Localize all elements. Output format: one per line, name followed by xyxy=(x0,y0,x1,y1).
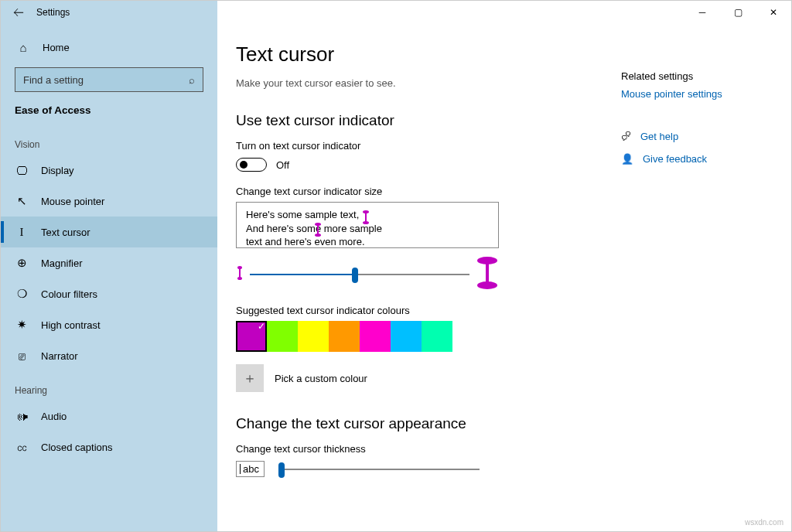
sidebar-item-label: Mouse pointer xyxy=(41,196,104,207)
help-icon: 🗪 xyxy=(621,131,631,142)
colour-swatch[interactable] xyxy=(298,321,329,352)
preview-box: Here's some sample text, And here's some… xyxy=(236,202,499,248)
colour-swatches xyxy=(236,321,760,352)
sidebar-item-closedcaptions[interactable]: ㏄ Closed captions xyxy=(1,431,217,462)
indicator-size-slider[interactable] xyxy=(236,256,499,292)
slider-thumb[interactable] xyxy=(352,268,358,283)
home-nav[interactable]: ⌂ Home xyxy=(1,32,217,63)
sidebar-item-label: Text cursor xyxy=(41,227,90,238)
mouse-settings-link[interactable]: Mouse pointer settings xyxy=(621,88,768,100)
thickness-label: Change text cursor thickness xyxy=(236,443,760,455)
high-contrast-icon: ✷ xyxy=(15,318,29,332)
sidebar-item-label: High contrast xyxy=(41,319,101,331)
custom-colour-button[interactable]: ＋ xyxy=(236,364,264,392)
indicator-toggle[interactable] xyxy=(236,158,267,172)
window-title: Settings xyxy=(36,7,70,18)
svg-point-8 xyxy=(237,277,242,280)
right-panel: Related settings Mouse pointer settings … xyxy=(621,70,768,176)
window-controls: ─ ▢ ✕ xyxy=(684,1,791,24)
sidebar: ⌂ Home Find a setting ⌕ Ease of Access V… xyxy=(1,24,217,531)
large-indicator-icon xyxy=(476,256,499,292)
section-appearance-header: Change the text cursor appearance xyxy=(236,415,760,432)
colour-swatch[interactable] xyxy=(329,321,360,352)
sidebar-item-label: Colour filters xyxy=(41,288,97,300)
colour-swatch[interactable] xyxy=(267,321,298,352)
cursor-indicator-icon xyxy=(314,223,322,237)
preview-line: text and here's even more. xyxy=(246,236,365,247)
text-cursor-icon: I xyxy=(15,226,29,239)
home-label: Home xyxy=(43,42,70,53)
sidebar-item-label: Closed captions xyxy=(41,442,113,453)
display-icon: 🖵 xyxy=(15,164,29,177)
close-button[interactable]: ✕ xyxy=(756,1,791,24)
abc-text: abc xyxy=(243,463,259,475)
sidebar-item-textcursor[interactable]: I Text cursor xyxy=(1,217,217,247)
colour-swatch[interactable] xyxy=(360,321,391,352)
sidebar-item-label: Audio xyxy=(41,411,67,422)
search-icon: ⌕ xyxy=(189,74,195,86)
colour-swatch[interactable] xyxy=(422,321,452,352)
sidebar-item-audio[interactable]: 🕪 Audio xyxy=(1,401,217,431)
svg-point-5 xyxy=(315,234,321,237)
back-button[interactable]: 🡠 xyxy=(1,6,36,19)
svg-rect-4 xyxy=(317,224,319,235)
thickness-preview: abc xyxy=(236,461,265,477)
search-input[interactable]: Find a setting ⌕ xyxy=(15,67,203,92)
narrator-icon: ⎚ xyxy=(15,350,29,363)
audio-icon: 🕪 xyxy=(15,410,29,423)
magnifier-icon: ⊕ xyxy=(15,256,29,270)
sidebar-item-magnifier[interactable]: ⊕ Magnifier xyxy=(1,247,217,278)
colours-label: Suggested text cursor indicator colours xyxy=(236,305,760,316)
sidebar-item-narrator[interactable]: ⎚ Narrator xyxy=(1,340,217,371)
sidebar-item-mouse[interactable]: ↖ Mouse pointer xyxy=(1,186,217,217)
sidebar-item-label: Display xyxy=(41,165,74,176)
svg-point-2 xyxy=(363,221,369,224)
titlebar: 🡠 Settings ─ ▢ ✕ xyxy=(1,1,791,24)
colour-swatch[interactable] xyxy=(391,321,422,352)
page-title: Text cursor xyxy=(236,43,760,66)
minimize-button[interactable]: ─ xyxy=(684,1,720,24)
thickness-slider[interactable] xyxy=(278,469,480,470)
svg-rect-7 xyxy=(239,268,241,278)
feedback-link[interactable]: Give feedback xyxy=(643,153,707,165)
sidebar-item-display[interactable]: 🖵 Display xyxy=(1,155,217,186)
related-header: Related settings xyxy=(621,70,768,82)
slider-thumb[interactable] xyxy=(278,462,285,478)
group-hearing: Hearing xyxy=(1,371,217,401)
sidebar-item-highcontrast[interactable]: ✷ High contrast xyxy=(1,309,217,340)
group-vision: Vision xyxy=(1,125,217,155)
svg-rect-1 xyxy=(365,212,367,223)
home-icon: ⌂ xyxy=(16,41,30,54)
mouse-icon: ↖ xyxy=(15,194,29,208)
maximize-button[interactable]: ▢ xyxy=(720,1,756,24)
svg-point-11 xyxy=(477,281,497,289)
cursor-indicator-icon xyxy=(362,210,370,224)
colour-filters-icon: ❍ xyxy=(15,287,29,301)
sidebar-item-label: Narrator xyxy=(41,350,78,362)
main-content: Text cursor Make your text cursor easier… xyxy=(217,24,791,531)
search-placeholder: Find a setting xyxy=(23,74,84,86)
size-label: Change text cursor indicator size xyxy=(236,186,760,197)
small-indicator-icon xyxy=(236,265,244,283)
watermark: wsxdn.com xyxy=(745,518,783,527)
toggle-state: Off xyxy=(276,159,289,171)
preview-line: Here's some sample text, xyxy=(246,209,359,220)
get-help-link[interactable]: Get help xyxy=(640,131,678,142)
custom-colour-label: Pick a custom colour xyxy=(275,373,367,384)
sidebar-item-label: Magnifier xyxy=(41,257,82,269)
cc-icon: ㏄ xyxy=(15,440,29,455)
colour-swatch[interactable] xyxy=(236,321,267,352)
feedback-icon: 👤 xyxy=(621,153,633,165)
section-header: Ease of Access xyxy=(1,101,217,125)
sidebar-item-colourfilters[interactable]: ❍ Colour filters xyxy=(1,278,217,309)
